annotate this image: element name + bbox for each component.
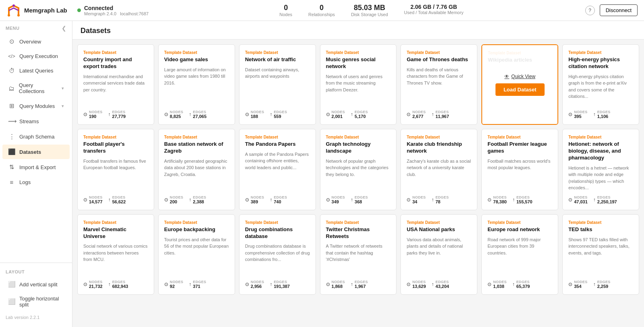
app-header: Memgraph Lab Connected Memgraph 2.4.0 lo… [0, 0, 644, 21]
dataset-card-graph-technology-landscape[interactable]: Template Dataset Graph technology landsc… [320, 129, 397, 210]
stat-edges: ↑ EDGES 740 [270, 195, 287, 204]
dataset-desc: Football transfers in famous five Europe… [83, 158, 148, 191]
template-label: Template Dataset [164, 220, 229, 225]
dataset-card-video-game-sales[interactable]: Template Dataset Video game sales Large … [158, 44, 235, 125]
sidebar-item-query-modules[interactable]: ⊞ Query Modules ▾ [2, 99, 70, 113]
dataset-stats: ⊙ NODES 13,629 ↑ EDGES 43,204 [407, 280, 471, 289]
dataset-card-twitter-christmas[interactable]: Template Dataset Twitter Christmas Retwe… [320, 214, 397, 295]
logo-icon [6, 3, 21, 18]
sidebar-item-overview[interactable]: ⊙ Overview [2, 34, 70, 49]
collapse-icon[interactable]: ❮ [62, 25, 66, 31]
sidebar-item-latest-queries[interactable]: ⏱ Latest Queries [2, 64, 70, 78]
dataset-title: The Pandora Papers [245, 141, 310, 148]
dataset-desc: Social network of various comics interac… [83, 243, 148, 275]
dataset-desc: Network of popular graph technologies an… [326, 158, 391, 191]
sidebar-item-graph-schema[interactable]: ⋮ Graph Schema [2, 129, 70, 144]
load-dataset-button[interactable]: Load Dataset [495, 83, 545, 96]
dataset-card-europe-road-network[interactable]: Template Dataset Europe road network Roa… [481, 214, 558, 295]
edges-icon: ↑ [108, 197, 111, 203]
dataset-title: Graph technology landscape [326, 141, 391, 155]
dataset-title: Hetionet: network of biology, disease, a… [568, 141, 633, 161]
dataset-desc: High-energy physics citation graph is fr… [568, 73, 633, 106]
dataset-card-hetionet[interactable]: Template Dataset Hetionet: network of bi… [562, 129, 639, 210]
import-export-icon: ⇅ [8, 164, 15, 171]
dataset-card-high-energy-physics[interactable]: Template Dataset High-energy physics cit… [562, 44, 639, 125]
sidebar-item-logs[interactable]: ≡ Logs [2, 175, 70, 189]
disconnect-button[interactable]: Disconnect [600, 4, 638, 16]
sidebar-item-streams[interactable]: ⟿ Streams [2, 114, 70, 128]
dataset-card-base-station-zagreb[interactable]: Template Dataset Base station network of… [158, 129, 235, 210]
dataset-card-football-transfers[interactable]: Template Dataset Football player's trans… [77, 129, 154, 210]
stat-edges: ↑ EDGES 191,387 [270, 280, 290, 289]
sidebar-item-label: Datasets [19, 149, 41, 155]
svg-point-0 [8, 14, 10, 17]
template-label: Template Dataset [407, 135, 471, 139]
template-label: Template Dataset [487, 135, 552, 139]
edges-icon: ↑ [270, 197, 272, 203]
quick-view-button[interactable]: 👁 Quick View [504, 74, 535, 79]
dataset-card-country-import-export[interactable]: Template Dataset Country import and expo… [77, 44, 154, 125]
dataset-desc: Zachary's karate club as a social networ… [407, 158, 471, 191]
edges-icon: ↑ [189, 112, 191, 117]
dataset-card-ted-talks[interactable]: Template Dataset TED talks Shows 97 TED … [562, 214, 639, 295]
page-title: Datasets [72, 21, 644, 39]
stat-nodes: ⊙ NODES 200 [164, 195, 184, 204]
template-label: Template Dataset [487, 220, 552, 225]
stat-nodes: ⊙ NODES 2,677 [407, 110, 426, 119]
dataset-stats: ⊙ NODES 188 ↑ EDGES 559 [245, 110, 310, 119]
stat-edges: ↑ EDGES 2,250,197 [593, 195, 617, 204]
nodes-icon: ⊙ [83, 197, 87, 203]
stat-edges: ↑ EDGES 371 [189, 280, 206, 289]
sidebar-item-label: Streams [19, 118, 39, 124]
template-label: Template Dataset [326, 220, 391, 225]
dataset-card-game-of-thrones[interactable]: Template Dataset Game of Thrones deaths … [400, 44, 477, 125]
menu-header: MENU ❮ [0, 21, 72, 34]
edges-icon: ↑ [431, 197, 434, 203]
dataset-card-marvel-cinematic[interactable]: Template Dataset Marvel Cinematic Univer… [77, 214, 154, 295]
svg-point-2 [12, 4, 15, 7]
sidebar-item-query-collections[interactable]: 🗂 Query Collections ▾ [2, 79, 70, 98]
dataset-card-europe-backpacking[interactable]: Template Dataset Europe backpacking Tour… [158, 214, 235, 295]
stat-edges: ↑ EDGES 11,967 [431, 110, 449, 119]
dataset-card-usa-national-parks[interactable]: Template Dataset USA National parks Vari… [400, 214, 477, 295]
dataset-card-pandora-papers[interactable]: Template Dataset The Pandora Papers A sa… [239, 129, 316, 210]
stat-nodes: ⊙ NODES 2,001 [326, 110, 345, 119]
stat-nodes: ⊙ NODES 13,629 [407, 280, 426, 289]
chevron-down-icon: ▾ [62, 86, 64, 91]
dataset-card-music-genres-social[interactable]: Template Dataset Music genres social net… [320, 44, 397, 125]
dataset-stats: ⊙ NODES 21,732 ↑ EDGES 682,943 [83, 280, 148, 289]
overview-icon: ⊙ [8, 38, 15, 45]
sidebar-item-datasets[interactable]: ⬛ Datasets [2, 145, 70, 159]
datasets-icon: ⬛ [8, 148, 15, 155]
dataset-card-network-air-traffic[interactable]: Template Dataset Network of air traffic … [239, 44, 316, 125]
sidebar-toggle-horizontal-split[interactable]: ⬜ Toggle horizontal split [2, 292, 70, 311]
header-actions: ? Disconnect [585, 4, 638, 16]
dataset-card-football-premier-league[interactable]: Template Dataset Football Premier league… [481, 129, 558, 210]
edges-icon: ↑ [189, 281, 191, 287]
edges-icon: ↑ [351, 112, 353, 117]
template-label: Template Dataset [83, 135, 148, 139]
sidebar-item-query-execution[interactable]: </> Query Execution [2, 50, 70, 63]
edges-icon: ↑ [512, 197, 515, 203]
eye-icon: 👁 [504, 74, 509, 79]
dataset-card-drug-combinations[interactable]: Template Dataset Drug combinations datab… [239, 214, 316, 295]
main-content: Datasets Template Dataset Country import… [72, 21, 644, 327]
dataset-stats: ⊙ NODES 1,868 ↑ EDGES 1,967 [326, 280, 391, 289]
template-label: Template Dataset [245, 50, 310, 55]
stat-nodes: ⊙ NODES 354 [568, 280, 588, 289]
stat-edges: ↑ EDGES 43,204 [431, 280, 449, 289]
help-icon[interactable]: ? [585, 6, 595, 15]
query-collections-icon: 🗂 [8, 85, 15, 92]
sidebar-item-import-export[interactable]: ⇅ Import & Export [2, 160, 70, 174]
dataset-desc: Tourist prices and other data for 56 of … [164, 236, 229, 276]
nodes-icon: ⊙ [487, 197, 491, 203]
sidebar-item-label: Import & Export [19, 164, 56, 170]
sidebar-add-vertical-split[interactable]: ⬜ Add vertical split [2, 277, 70, 292]
stat-edges: ↑ EDGES 2,259 [593, 280, 611, 289]
nodes-icon: ⊙ [407, 281, 411, 287]
nodes-icon: ⊙ [568, 112, 572, 117]
template-label: Template Dataset [326, 135, 391, 139]
dataset-card-karate-club[interactable]: Template Dataset Karate club friendship … [400, 129, 477, 210]
dataset-card-wikipedia-articles[interactable]: Template Dataset Wikipedia articles 👁 Qu… [481, 44, 558, 125]
edges-icon: ↑ [593, 112, 596, 117]
